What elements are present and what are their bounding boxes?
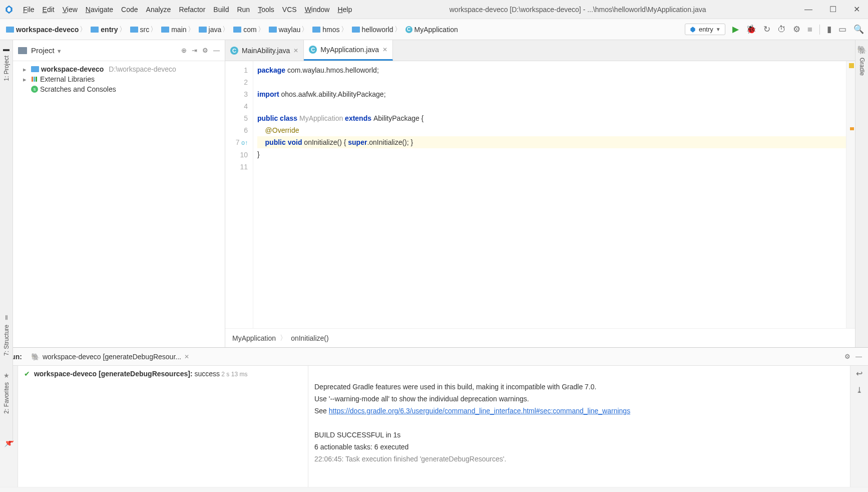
crumb-class[interactable]: MyApplication xyxy=(232,334,276,342)
run-configuration-selector[interactable]: entry ▼ xyxy=(685,24,725,35)
run-panel-header: Run: 🐘 workspace-deveco [generateDebugRe… xyxy=(0,348,868,366)
favorites-tab[interactable]: 2: Favorites xyxy=(3,382,10,414)
folder-icon xyxy=(6,27,14,33)
crumb-java[interactable]: java〉 xyxy=(197,25,232,34)
task-row[interactable]: ✔ workspace-deveco [generateDebugResourc… xyxy=(24,370,302,378)
chevron-down-icon: ▼ xyxy=(716,27,721,32)
close-tab-icon[interactable]: ✕ xyxy=(382,46,387,53)
libraries-icon xyxy=(31,76,38,83)
navigation-toolbar: workspace-deveco〉 entry〉 src〉 main〉 java… xyxy=(0,19,868,40)
crumb-hmos[interactable]: hmos〉 xyxy=(310,25,349,34)
menu-view[interactable]: View xyxy=(60,5,81,15)
chevron-right-icon: ▸ xyxy=(23,66,29,73)
main-menu: FFileile Edit View Navigate Code Analyze… xyxy=(20,5,355,15)
line-gutter: 1234567 o↑1011 xyxy=(225,61,253,328)
hide-icon[interactable]: — xyxy=(855,353,862,360)
menu-window[interactable]: Window xyxy=(302,5,333,15)
minimize-icon[interactable]: — xyxy=(800,3,816,16)
project-view-selector[interactable]: Project ▼ xyxy=(31,46,181,55)
tab-myapplication[interactable]: CMyApplication.java✕ xyxy=(304,40,393,61)
project-tool-icon[interactable]: ▬ xyxy=(3,45,10,53)
folder-icon xyxy=(18,47,27,54)
folder-icon xyxy=(91,27,99,33)
svg-rect-0 xyxy=(32,77,33,82)
favorites-star-icon[interactable]: ★ xyxy=(4,372,10,379)
menu-refactor[interactable]: Refactor xyxy=(176,5,208,15)
crumb-main[interactable]: main〉 xyxy=(159,25,196,34)
warning-marker-icon[interactable] xyxy=(850,127,854,130)
crumb-waylau[interactable]: waylau〉 xyxy=(267,25,311,34)
gradle-tab[interactable]: Gradle xyxy=(858,58,865,76)
menu-edit[interactable]: Edit xyxy=(40,5,58,15)
gear-icon[interactable]: ⚙ xyxy=(844,353,850,360)
folder-icon xyxy=(161,27,169,33)
run-panel: Run: 🐘 workspace-deveco [generateDebugRe… xyxy=(0,347,868,492)
deveco-icon xyxy=(689,26,696,33)
structure-icon[interactable]: ⫴ xyxy=(5,314,8,322)
menu-run[interactable]: Run xyxy=(234,5,253,15)
menu-analyze[interactable]: Analyze xyxy=(143,5,174,15)
soft-wrap-icon[interactable]: ↩ xyxy=(856,369,862,378)
menu-build[interactable]: Build xyxy=(210,5,232,15)
locate-icon[interactable]: ⊕ xyxy=(181,47,187,54)
class-icon: C xyxy=(309,46,317,54)
crumb-entry[interactable]: entry〉 xyxy=(89,25,128,34)
collapse-icon[interactable]: ⇥ xyxy=(192,47,197,54)
run-console[interactable]: Deprecated Gradle features were used in … xyxy=(308,366,850,487)
project-tree: ▸workspace-devecoD:\workspace-deveco ▸Ex… xyxy=(13,61,225,97)
editor-area: CMainAbility.java✕ CMyApplication.java✕ … xyxy=(225,40,855,347)
menu-vcs[interactable]: VCS xyxy=(279,5,300,15)
tree-root[interactable]: ▸workspace-devecoD:\workspace-deveco xyxy=(13,64,225,74)
tab-mainability[interactable]: CMainAbility.java✕ xyxy=(225,40,304,61)
gear-icon[interactable]: ⚙ xyxy=(202,47,208,54)
crumb-src[interactable]: src〉 xyxy=(128,25,160,34)
crumb-file[interactable]: CMyApplication xyxy=(403,26,460,34)
horizontal-scrollbar[interactable] xyxy=(0,487,868,492)
close-icon[interactable]: ✕ xyxy=(849,3,864,16)
crumb-helloworld[interactable]: helloworld〉 xyxy=(350,25,403,34)
docs-link[interactable]: https://docs.gradle.org/6.3/userguide/co… xyxy=(329,407,630,415)
folder-icon xyxy=(31,66,39,72)
close-tab-icon[interactable]: ✕ xyxy=(184,353,189,360)
close-tab-icon[interactable]: ✕ xyxy=(293,47,298,54)
folder-icon xyxy=(199,27,207,33)
class-icon: C xyxy=(230,47,238,55)
stop-icon[interactable]: ■ xyxy=(807,25,812,35)
svg-rect-2 xyxy=(36,77,37,82)
device-icon[interactable]: ▮ xyxy=(827,24,831,35)
structure-tab[interactable]: 7: Structure xyxy=(3,325,10,356)
run-icon[interactable]: ▶ xyxy=(732,24,739,35)
hide-icon[interactable]: — xyxy=(213,47,220,54)
scroll-end-icon[interactable]: ⤓ xyxy=(856,385,862,395)
crumb-com[interactable]: com〉 xyxy=(231,25,266,34)
search-icon[interactable]: 🔍 xyxy=(853,24,864,35)
crumb-root[interactable]: workspace-deveco〉 xyxy=(4,25,89,34)
previewer-icon[interactable]: ▭ xyxy=(838,24,846,35)
menu-file[interactable]: FFileile xyxy=(20,5,38,15)
project-tab[interactable]: 1: Project xyxy=(3,56,10,81)
maximize-icon[interactable]: ☐ xyxy=(825,3,840,16)
debug-icon[interactable]: 🐞 xyxy=(746,24,756,35)
svg-rect-1 xyxy=(34,77,35,82)
analysis-status-icon xyxy=(849,63,854,68)
crumb-method[interactable]: onInitialize() xyxy=(291,334,328,342)
run-task-tree: ✔ workspace-deveco [generateDebugResourc… xyxy=(18,366,308,487)
menu-code[interactable]: Code xyxy=(118,5,141,15)
tree-libraries[interactable]: ▸External Libraries xyxy=(13,74,225,84)
success-icon: ✔ xyxy=(24,370,30,378)
profile-icon[interactable]: ⏱ xyxy=(777,25,786,35)
override-icon[interactable]: o↑ xyxy=(241,139,248,146)
coverage-icon[interactable]: ↻ xyxy=(763,24,770,35)
tree-scratches[interactable]: ▸sScratches and Consoles xyxy=(13,84,225,94)
toolbar-actions: entry ▼ ▶ 🐞 ↻ ⏱ ⚙ ■ ▮ ▭ 🔍 xyxy=(685,24,864,35)
menu-tools[interactable]: Tools xyxy=(255,5,277,15)
code-editor[interactable]: package com.waylau.hmos.helloworld; impo… xyxy=(253,61,846,328)
attach-debugger-icon[interactable]: ⚙ xyxy=(793,24,800,35)
gradle-icon[interactable]: 🐘 xyxy=(857,45,867,55)
chevron-right-icon: ▸ xyxy=(23,76,29,83)
menu-navigate[interactable]: Navigate xyxy=(83,5,116,15)
run-tab[interactable]: 🐘 workspace-deveco [generateDebugResour.… xyxy=(27,353,193,361)
editor-marker-strip[interactable] xyxy=(846,61,855,328)
ide-logo-icon xyxy=(4,5,14,15)
menu-help[interactable]: Help xyxy=(334,5,355,15)
